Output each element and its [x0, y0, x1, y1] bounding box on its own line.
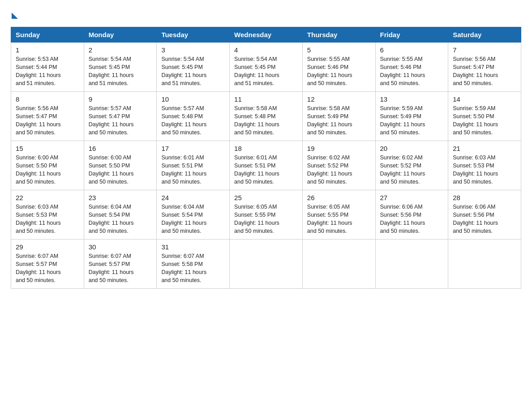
day-number: 21 — [453, 145, 516, 152]
day-info: Sunrise: 5:56 AMSunset: 5:47 PMDaylight:… — [16, 105, 61, 136]
calendar-cell: 26 Sunrise: 6:05 AMSunset: 5:55 PMDaylig… — [302, 190, 375, 240]
day-number: 29 — [16, 243, 79, 251]
day-info: Sunrise: 6:04 AMSunset: 5:54 PMDaylight:… — [89, 204, 134, 234]
day-info: Sunrise: 6:03 AMSunset: 5:53 PMDaylight:… — [16, 204, 61, 234]
day-number: 30 — [89, 243, 152, 251]
day-number: 13 — [380, 95, 444, 103]
calendar-cell: 29 Sunrise: 6:07 AMSunset: 5:57 PMDaylig… — [11, 240, 84, 289]
day-info: Sunrise: 6:07 AMSunset: 5:57 PMDaylight:… — [16, 253, 61, 283]
week-row-5: 29 Sunrise: 6:07 AMSunset: 5:57 PMDaylig… — [11, 240, 521, 289]
day-info: Sunrise: 5:53 AMSunset: 5:44 PMDaylight:… — [16, 56, 61, 86]
day-number: 31 — [161, 243, 225, 251]
calendar-cell: 12 Sunrise: 5:58 AMSunset: 5:49 PMDaylig… — [302, 92, 375, 141]
calendar-cell: 11 Sunrise: 5:58 AMSunset: 5:48 PMDaylig… — [230, 92, 303, 141]
header-thursday: Thursday — [302, 27, 375, 43]
day-number: 6 — [380, 46, 444, 54]
calendar-cell: 9 Sunrise: 5:57 AMSunset: 5:47 PMDayligh… — [84, 92, 157, 141]
day-number: 18 — [234, 145, 298, 152]
calendar-cell: 6 Sunrise: 5:55 AMSunset: 5:46 PMDayligh… — [375, 43, 448, 92]
week-row-1: 1 Sunrise: 5:53 AMSunset: 5:44 PMDayligh… — [11, 43, 521, 92]
day-info: Sunrise: 5:57 AMSunset: 5:48 PMDaylight:… — [161, 105, 206, 136]
day-info: Sunrise: 6:04 AMSunset: 5:54 PMDaylight:… — [161, 204, 206, 234]
day-info: Sunrise: 5:58 AMSunset: 5:49 PMDaylight:… — [307, 105, 352, 136]
day-info: Sunrise: 6:00 AMSunset: 5:50 PMDaylight:… — [89, 154, 134, 185]
day-info: Sunrise: 6:05 AMSunset: 5:55 PMDaylight:… — [234, 204, 279, 234]
calendar-table: SundayMondayTuesdayWednesdayThursdayFrid… — [11, 27, 521, 289]
day-number: 4 — [234, 46, 298, 54]
calendar-cell: 14 Sunrise: 5:59 AMSunset: 5:50 PMDaylig… — [448, 92, 521, 141]
day-info: Sunrise: 5:59 AMSunset: 5:50 PMDaylight:… — [453, 105, 498, 136]
day-info: Sunrise: 6:06 AMSunset: 5:56 PMDaylight:… — [380, 204, 425, 234]
day-info: Sunrise: 6:00 AMSunset: 5:50 PMDaylight:… — [16, 154, 61, 185]
day-info: Sunrise: 5:58 AMSunset: 5:48 PMDaylight:… — [234, 105, 279, 136]
day-number: 1 — [16, 46, 79, 54]
header-saturday: Saturday — [448, 27, 521, 43]
day-info: Sunrise: 5:57 AMSunset: 5:47 PMDaylight:… — [89, 105, 134, 136]
day-info: Sunrise: 6:02 AMSunset: 5:52 PMDaylight:… — [307, 154, 352, 185]
page-header — [11, 11, 521, 18]
day-number: 28 — [453, 194, 516, 201]
calendar-cell: 8 Sunrise: 5:56 AMSunset: 5:47 PMDayligh… — [11, 92, 84, 141]
calendar-cell: 30 Sunrise: 6:07 AMSunset: 5:57 PMDaylig… — [84, 240, 157, 289]
calendar-cell — [230, 240, 303, 289]
calendar-cell: 21 Sunrise: 6:03 AMSunset: 5:53 PMDaylig… — [448, 141, 521, 190]
day-number: 10 — [161, 95, 225, 103]
weekday-header-row: SundayMondayTuesdayWednesdayThursdayFrid… — [11, 27, 521, 43]
calendar-cell: 3 Sunrise: 5:54 AMSunset: 5:45 PMDayligh… — [157, 43, 230, 92]
day-info: Sunrise: 6:01 AMSunset: 5:51 PMDaylight:… — [234, 154, 279, 185]
day-number: 20 — [380, 145, 444, 152]
day-info: Sunrise: 5:54 AMSunset: 5:45 PMDaylight:… — [89, 56, 134, 86]
calendar-cell — [448, 240, 521, 289]
day-info: Sunrise: 6:03 AMSunset: 5:53 PMDaylight:… — [453, 154, 498, 185]
calendar-cell: 28 Sunrise: 6:06 AMSunset: 5:56 PMDaylig… — [448, 190, 521, 240]
calendar-cell: 23 Sunrise: 6:04 AMSunset: 5:54 PMDaylig… — [84, 190, 157, 240]
day-number: 2 — [89, 46, 152, 54]
day-info: Sunrise: 5:55 AMSunset: 5:46 PMDaylight:… — [380, 56, 425, 86]
day-info: Sunrise: 5:59 AMSunset: 5:49 PMDaylight:… — [380, 105, 425, 136]
calendar-cell: 17 Sunrise: 6:01 AMSunset: 5:51 PMDaylig… — [157, 141, 230, 190]
day-number: 5 — [307, 46, 371, 54]
day-number: 27 — [380, 194, 444, 201]
day-number: 23 — [89, 194, 152, 201]
day-number: 24 — [161, 194, 225, 201]
day-number: 3 — [161, 46, 225, 54]
calendar-cell: 25 Sunrise: 6:05 AMSunset: 5:55 PMDaylig… — [230, 190, 303, 240]
day-number: 9 — [89, 95, 152, 103]
calendar-cell — [375, 240, 448, 289]
calendar-cell: 19 Sunrise: 6:02 AMSunset: 5:52 PMDaylig… — [302, 141, 375, 190]
day-number: 15 — [16, 145, 79, 152]
day-info: Sunrise: 5:56 AMSunset: 5:47 PMDaylight:… — [453, 56, 498, 86]
calendar-cell: 27 Sunrise: 6:06 AMSunset: 5:56 PMDaylig… — [375, 190, 448, 240]
day-number: 7 — [453, 46, 516, 54]
logo — [11, 11, 18, 18]
calendar-cell: 13 Sunrise: 5:59 AMSunset: 5:49 PMDaylig… — [375, 92, 448, 141]
logo-triangle-icon — [12, 13, 18, 19]
calendar-cell: 16 Sunrise: 6:00 AMSunset: 5:50 PMDaylig… — [84, 141, 157, 190]
day-number: 25 — [234, 194, 298, 201]
week-row-4: 22 Sunrise: 6:03 AMSunset: 5:53 PMDaylig… — [11, 190, 521, 240]
calendar-cell — [302, 240, 375, 289]
day-number: 14 — [453, 95, 516, 103]
day-info: Sunrise: 5:54 AMSunset: 5:45 PMDaylight:… — [161, 56, 206, 86]
header-wednesday: Wednesday — [230, 27, 303, 43]
day-info: Sunrise: 6:06 AMSunset: 5:56 PMDaylight:… — [453, 204, 498, 234]
header-monday: Monday — [84, 27, 157, 43]
day-info: Sunrise: 6:02 AMSunset: 5:52 PMDaylight:… — [380, 154, 425, 185]
calendar-cell: 31 Sunrise: 6:07 AMSunset: 5:58 PMDaylig… — [157, 240, 230, 289]
header-tuesday: Tuesday — [157, 27, 230, 43]
week-row-3: 15 Sunrise: 6:00 AMSunset: 5:50 PMDaylig… — [11, 141, 521, 190]
day-number: 8 — [16, 95, 79, 103]
day-number: 12 — [307, 95, 371, 103]
calendar-cell: 18 Sunrise: 6:01 AMSunset: 5:51 PMDaylig… — [230, 141, 303, 190]
week-row-2: 8 Sunrise: 5:56 AMSunset: 5:47 PMDayligh… — [11, 92, 521, 141]
day-info: Sunrise: 5:55 AMSunset: 5:46 PMDaylight:… — [307, 56, 352, 86]
calendar-cell: 20 Sunrise: 6:02 AMSunset: 5:52 PMDaylig… — [375, 141, 448, 190]
header-friday: Friday — [375, 27, 448, 43]
day-number: 26 — [307, 194, 371, 201]
day-info: Sunrise: 5:54 AMSunset: 5:45 PMDaylight:… — [234, 56, 279, 86]
calendar-cell: 7 Sunrise: 5:56 AMSunset: 5:47 PMDayligh… — [448, 43, 521, 92]
header-sunday: Sunday — [11, 27, 84, 43]
calendar-cell: 22 Sunrise: 6:03 AMSunset: 5:53 PMDaylig… — [11, 190, 84, 240]
calendar-cell: 1 Sunrise: 5:53 AMSunset: 5:44 PMDayligh… — [11, 43, 84, 92]
day-info: Sunrise: 6:07 AMSunset: 5:58 PMDaylight:… — [161, 253, 206, 283]
